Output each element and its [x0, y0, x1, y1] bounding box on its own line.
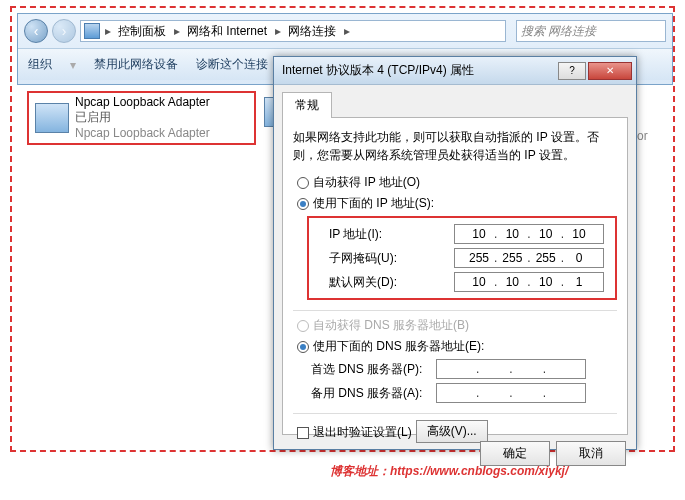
breadcrumb-item[interactable]: 控制面板: [113, 21, 172, 41]
adapter-item[interactable]: Npcap Loopback Adapter 已启用 Npcap Loopbac…: [27, 91, 256, 145]
organize-menu[interactable]: 组织: [28, 56, 52, 73]
tab-general[interactable]: 常规: [282, 92, 332, 118]
chevron-right-icon[interactable]: ▸: [172, 24, 182, 38]
dns1-label: 首选 DNS 服务器(P):: [311, 361, 436, 378]
close-button[interactable]: ✕: [588, 62, 632, 80]
mask-label: 子网掩码(U):: [329, 250, 454, 267]
ipv4-properties-dialog: Internet 协议版本 4 (TCP/IPv4) 属性 ? ✕ 常规 如果网…: [273, 56, 637, 450]
validate-checkbox[interactable]: [297, 427, 309, 439]
network-adapter-icon: [35, 103, 69, 133]
subnet-mask-field[interactable]: 255. 255. 255. 0: [454, 248, 604, 268]
disable-device-button[interactable]: 禁用此网络设备: [94, 56, 178, 73]
gateway-label: 默认网关(D):: [329, 274, 454, 291]
diagnose-button[interactable]: 诊断这个连接: [196, 56, 268, 73]
address-bar[interactable]: ▸ 控制面板 ▸ 网络和 Internet ▸ 网络连接 ▸: [80, 20, 506, 42]
chevron-right-icon[interactable]: ▸: [273, 24, 283, 38]
dns2-field[interactable]: . . .: [436, 383, 586, 403]
dns1-field[interactable]: . . .: [436, 359, 586, 379]
back-button[interactable]: ‹: [24, 19, 48, 43]
blog-address: 博客地址：https://www.cnblogs.com/xiykj/: [330, 461, 568, 480]
help-button[interactable]: ?: [558, 62, 586, 80]
radio-icon: [297, 320, 309, 332]
info-text: 如果网络支持此功能，则可以获取自动指派的 IP 设置。否则，您需要从网络系统管理…: [293, 128, 617, 164]
dns2-label: 备用 DNS 服务器(A):: [311, 385, 436, 402]
forward-button[interactable]: ›: [52, 19, 76, 43]
titlebar[interactable]: Internet 协议版本 4 (TCP/IPv4) 属性 ? ✕: [274, 57, 636, 85]
radio-icon: [297, 198, 309, 210]
radio-icon: [297, 177, 309, 189]
truncated-text: or: [637, 129, 648, 143]
radio-dns-auto: 自动获得 DNS 服务器地址(B): [297, 317, 617, 334]
blog-link[interactable]: https://www.cnblogs.com/xiykj/: [390, 464, 568, 478]
radio-ip-auto[interactable]: 自动获得 IP 地址(O): [297, 174, 617, 191]
adapter-desc: Npcap Loopback Adapter: [75, 126, 210, 142]
adapter-name: Npcap Loopback Adapter: [75, 95, 210, 111]
radio-icon: [297, 341, 309, 353]
gateway-field[interactable]: 10. 10. 10. 1: [454, 272, 604, 292]
chevron-right-icon[interactable]: ▸: [342, 24, 352, 38]
advanced-button[interactable]: 高级(V)...: [416, 420, 488, 443]
dialog-title: Internet 协议版本 4 (TCP/IPv4) 属性: [282, 62, 474, 79]
search-input[interactable]: 搜索 网络连接: [516, 20, 666, 42]
ip-address-field[interactable]: 10. 10. 10. 10: [454, 224, 604, 244]
validate-label: 退出时验证设置(L): [313, 424, 412, 441]
chevron-right-icon[interactable]: ▸: [103, 24, 113, 38]
adapter-status: 已启用: [75, 110, 210, 126]
radio-dns-manual[interactable]: 使用下面的 DNS 服务器地址(E):: [297, 338, 617, 355]
ip-fields-highlight: IP 地址(I): 10. 10. 10. 10 子网掩码(U): 255. 2…: [307, 216, 617, 300]
breadcrumb-item[interactable]: 网络连接: [283, 21, 342, 41]
breadcrumb-item[interactable]: 网络和 Internet: [182, 21, 273, 41]
radio-ip-manual[interactable]: 使用下面的 IP 地址(S):: [297, 195, 617, 212]
location-icon: [84, 23, 100, 39]
ip-label: IP 地址(I):: [329, 226, 454, 243]
